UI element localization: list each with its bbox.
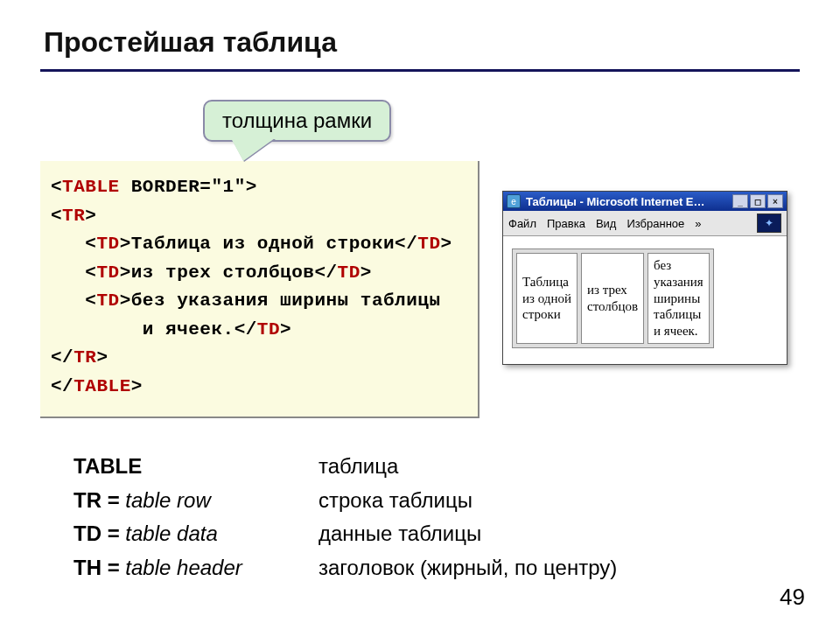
table-row: Таблица из одной строки из трех столбцов…: [516, 253, 710, 344]
browser-menubar: Файл Правка Вид Избранное » ✦: [503, 211, 787, 236]
menu-more[interactable]: »: [695, 217, 701, 230]
title-rule: [40, 69, 800, 72]
def-tr-tr: строка таблицы: [318, 484, 472, 517]
table-cell: из трех столбцов: [581, 253, 644, 344]
def-tr: TR =: [74, 488, 125, 512]
browser-title: Таблицы - Microsoft Internet E…: [526, 195, 727, 208]
border-callout: толщина рамки: [203, 100, 391, 142]
close-button[interactable]: ×: [767, 194, 783, 208]
page-number: 49: [780, 584, 805, 611]
browser-viewport: Таблица из одной строки из трех столбцов…: [503, 236, 787, 364]
ie-throbber-icon: ✦: [757, 214, 781, 233]
menu-view[interactable]: Вид: [596, 217, 617, 230]
tag-definitions: TABLE таблица TR = table row строка табл…: [74, 450, 800, 584]
page-title: Простейшая таблица: [44, 26, 800, 59]
browser-window: e Таблицы - Microsoft Internet E… _ ◻ × …: [502, 191, 788, 365]
def-table-tr: таблица: [318, 450, 398, 483]
menu-file[interactable]: Файл: [508, 217, 536, 230]
minimize-button[interactable]: _: [732, 194, 748, 208]
def-table: TABLE: [74, 454, 142, 478]
menu-favorites[interactable]: Избранное: [626, 217, 684, 230]
def-th: TH =: [74, 556, 125, 579]
def-td: TD =: [74, 522, 125, 545]
def-th-tr: заголовок (жирный, по центру): [318, 551, 617, 584]
ie-favicon-icon: e: [507, 194, 521, 208]
rendered-table: Таблица из одной строки из трех столбцов…: [512, 248, 714, 348]
table-cell: Таблица из одной строки: [516, 253, 578, 344]
menu-edit[interactable]: Правка: [547, 217, 585, 230]
table-cell: без указания ширины таблицы и ячеек.: [648, 253, 710, 344]
maximize-button[interactable]: ◻: [750, 194, 766, 208]
code-example: <TABLE BORDER="1"> <TR> <TD>Таблица из о…: [40, 161, 480, 418]
browser-titlebar: e Таблицы - Microsoft Internet E… _ ◻ ×: [503, 192, 787, 211]
callout-tail: [231, 138, 275, 161]
def-td-tr: данные таблицы: [318, 517, 481, 550]
